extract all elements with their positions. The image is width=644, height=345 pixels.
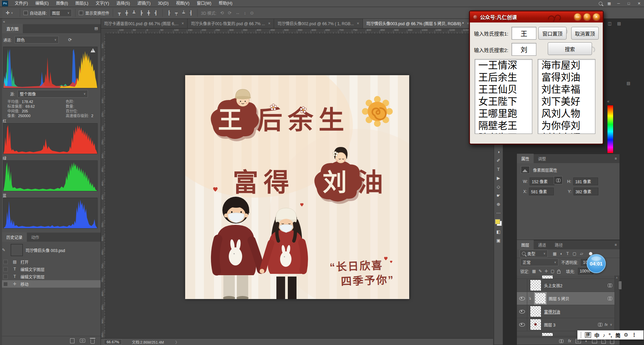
refresh-histogram-icon[interactable]: ⟳ xyxy=(68,37,72,42)
tool-hand-button[interactable]: ☛ xyxy=(495,192,501,198)
link-layers-icon[interactable] xyxy=(559,339,564,343)
screen-mode-icon[interactable]: ▣ xyxy=(495,237,501,243)
layer-row[interactable]: ↴ 头上女孩2 fx ∨ xyxy=(517,279,615,292)
history-source-checkbox[interactable] xyxy=(3,260,8,264)
x-field[interactable]: 581 像素 xyxy=(529,188,554,195)
menu-item[interactable]: 视图(V) xyxy=(172,0,193,7)
histogram-panel-menu-icon[interactable]: ▤ xyxy=(95,26,98,31)
dialog-restore-button[interactable]: ▫ xyxy=(583,13,591,20)
workspace-icon[interactable]: ▦ xyxy=(607,1,611,6)
layer-row[interactable]: ↴ 图层 3 fx ∨ xyxy=(517,318,615,331)
delete-layer-icon[interactable] xyxy=(610,340,614,344)
layer-row[interactable]: ↴ 图层 5 拷贝 fx ∨ xyxy=(517,292,615,305)
tool-shape-button[interactable]: ◇ xyxy=(495,184,501,190)
window-close-button[interactable]: ✕ xyxy=(636,1,642,6)
window-minimize-button[interactable]: ─ xyxy=(616,1,621,5)
document-canvas[interactable]: 王 后余生 xyxy=(185,75,409,299)
toolbar-icon[interactable]: ┷ xyxy=(181,10,187,15)
document-tab[interactable]: 司泞卡通谐音001.psd @ 66.7% (图层 6,... × xyxy=(101,18,187,28)
y-field[interactable]: 382 像素 xyxy=(574,188,598,195)
layer-name[interactable]: 头上女孩2 xyxy=(544,283,562,288)
collapse-panels-icon[interactable]: « xyxy=(3,19,5,23)
ruler-vertical[interactable]: 1005005010015020025030035040045050055060… xyxy=(101,34,106,338)
height-field[interactable]: 181 像素 xyxy=(573,178,598,185)
layer-thumbnail[interactable] xyxy=(535,293,546,304)
history-snapshot-row[interactable]: ✎ 司泞情侣头像 003.psd xyxy=(2,244,101,256)
ime-tools-icon[interactable]: ⚙ xyxy=(624,332,628,338)
tool-type-button[interactable]: T xyxy=(495,166,501,172)
name-list-item[interactable]: 富得刘油 xyxy=(538,71,595,84)
ime-simplified-toggle[interactable]: 简 xyxy=(615,332,621,339)
menu-item[interactable]: 窗口(W) xyxy=(193,0,215,7)
layer-name[interactable]: 图层 3 xyxy=(544,322,555,328)
ime-pinyin-indicator[interactable]: 拼 xyxy=(585,332,591,338)
menu-item[interactable]: 图层(L) xyxy=(72,0,92,7)
history-source-checkbox[interactable] xyxy=(3,275,8,279)
history-source-checkbox[interactable] xyxy=(3,267,8,272)
unpin-window-button[interactable]: 取消置顶 xyxy=(571,27,599,40)
dialog-minimize-button[interactable]: — xyxy=(574,13,581,20)
toolbar-icon[interactable]: ┫ xyxy=(153,10,159,15)
name-results-list-2[interactable]: 海市屋刘富得刘油刘住幸福刘下美好风刘人物为你停刘刘刘大顺 xyxy=(538,59,595,134)
edit-toolbar-icon[interactable]: ⋯ xyxy=(495,210,501,216)
layer-row[interactable]: ↴ 富得刘油 fx ∨ xyxy=(517,305,615,318)
panel-tab[interactable]: 调整 xyxy=(534,154,550,163)
document-tab[interactable]: 司泞头像亲子001-恢复的.psd @ 66.7% ... × xyxy=(187,18,274,28)
history-source-checkbox[interactable] xyxy=(3,282,8,286)
layer-thumbnail[interactable] xyxy=(530,280,541,291)
layer-thumbnail[interactable] xyxy=(530,306,541,317)
panel-tab[interactable]: 图层 xyxy=(517,240,534,249)
new-snapshot-icon[interactable] xyxy=(80,339,85,343)
layer-filter-dropdown[interactable]: 类型∨ xyxy=(520,250,548,257)
pin-window-button[interactable]: 窗口置顶 xyxy=(538,27,567,40)
blend-mode-dropdown[interactable]: 正常∨ xyxy=(520,258,558,266)
layer-name[interactable]: 富得刘油 xyxy=(544,309,560,314)
name-list-item[interactable]: 刘住幸福 xyxy=(538,84,595,96)
tab-histogram[interactable]: 直方图 xyxy=(2,24,23,33)
menu-item[interactable]: 3D(D) xyxy=(154,0,172,7)
tool-zoom-button[interactable]: ⊕ xyxy=(495,201,501,207)
auto-select-checkbox[interactable] xyxy=(23,11,28,15)
layer-filter-icon[interactable]: ▱ xyxy=(580,251,583,256)
zoom-level-field[interactable]: 66.67% xyxy=(104,339,122,345)
window-restore-button[interactable]: □ xyxy=(626,1,631,5)
lock-transparent-icon[interactable]: ▦ xyxy=(532,269,536,274)
new-document-from-state-icon[interactable] xyxy=(70,338,74,343)
layer-filter-icon[interactable]: ▢ xyxy=(573,251,576,256)
color-swatches[interactable] xyxy=(495,219,502,226)
layer-visibility-toggle[interactable] xyxy=(517,318,527,331)
name-list-item[interactable]: 刘下美好 xyxy=(538,96,595,108)
layer-filter-icon[interactable]: ◐ xyxy=(560,251,562,256)
delete-state-icon[interactable] xyxy=(91,339,95,344)
layer-filter-icon[interactable]: T xyxy=(567,251,569,256)
layer-visibility-toggle[interactable] xyxy=(517,305,527,318)
quick-mask-icon[interactable]: ◧ xyxy=(495,229,501,235)
recording-timer-bubble[interactable]: 04:01 xyxy=(587,254,606,273)
menu-item[interactable]: 文件(F) xyxy=(11,0,32,7)
history-item[interactable]: ✛ 移动 xyxy=(2,280,101,288)
document-tab[interactable]: 司泞情侣头像003.psd @ 66.7% (图层 5 拷贝, RGB/8) *… xyxy=(363,18,473,28)
layer-visibility-toggle[interactable] xyxy=(517,292,527,305)
search-button[interactable]: 搜索 xyxy=(548,42,592,55)
status-expand-arrow-icon[interactable]: 〉 xyxy=(175,339,179,345)
menu-item[interactable]: 滤镜(T) xyxy=(133,0,154,7)
name-results-list-1[interactable]: 一王情深王后余生王王仙贝女王陛下王哪里跑隔壁老王胜者为王 xyxy=(475,59,532,134)
dialog-titlebar[interactable]: 公众号:凡仁创课 — ▫ ✕ xyxy=(470,11,603,22)
name-list-item[interactable]: 一王情深 xyxy=(475,59,532,71)
toolbar-icon[interactable]: ┯ xyxy=(173,10,179,15)
properties-panel-menu-icon[interactable]: ≡ xyxy=(615,156,617,160)
dialog-close-button[interactable]: ✕ xyxy=(593,13,600,20)
menu-item[interactable]: 文字(Y) xyxy=(92,0,113,7)
toolbar-icon[interactable]: ┠ xyxy=(166,10,172,15)
menu-item[interactable]: 图像(I) xyxy=(52,0,71,7)
canvas-pasteboard[interactable]: 王 后余生 xyxy=(105,34,493,338)
width-field[interactable]: 152 像素 xyxy=(530,178,554,185)
name-list-item[interactable]: 为你停刘 xyxy=(538,120,595,132)
toolbar-icon[interactable]: ┨ xyxy=(188,10,194,15)
fx-caret-icon[interactable]: ∨ xyxy=(610,323,612,326)
source-dropdown[interactable]: 整个图像∨ xyxy=(17,90,88,98)
layer-row-partial-top[interactable] xyxy=(517,276,615,279)
layer-list-scrollbar[interactable]: ∧ xyxy=(614,276,620,339)
collapsed-panel-menu-icon[interactable]: ▤ xyxy=(627,81,630,86)
layer-visibility-toggle[interactable] xyxy=(517,279,527,292)
